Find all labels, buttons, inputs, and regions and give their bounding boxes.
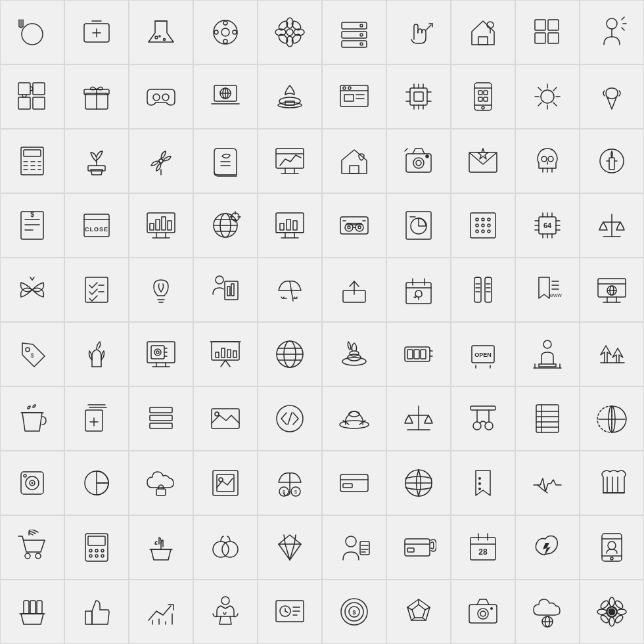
svg-point-191 <box>488 230 490 233</box>
icon-cell-globe-screen <box>580 258 644 322</box>
svg-point-363 <box>95 555 98 557</box>
icon-cell-scroll-leaf <box>193 129 258 193</box>
svg-rect-292 <box>539 364 556 367</box>
icon-cell-calculator <box>0 129 64 193</box>
svg-rect-182 <box>471 213 495 238</box>
svg-rect-285 <box>414 350 419 359</box>
svg-rect-165 <box>280 223 284 230</box>
svg-rect-45 <box>18 83 30 95</box>
icon-cell-credit-card <box>322 451 386 515</box>
svg-marker-413 <box>412 605 425 618</box>
icon-cell-pinwheel <box>129 129 193 193</box>
svg-rect-143 <box>84 214 109 237</box>
svg-line-33 <box>426 25 431 30</box>
icon-cell-envelope-star <box>451 129 515 193</box>
icon-cell-dollar-target: $ <box>322 580 386 644</box>
icon-cell-close-sign: CLOSE <box>64 193 129 258</box>
svg-rect-230 <box>474 277 481 302</box>
svg-point-391 <box>608 541 616 549</box>
svg-line-370 <box>290 544 294 560</box>
svg-text:$: $ <box>30 211 34 218</box>
icon-cell-lightbulb-plant <box>129 258 193 322</box>
icon-cell-growth-arrow <box>129 580 193 644</box>
svg-text:$: $ <box>30 352 34 359</box>
icon-cell-hand-gesture <box>386 0 451 64</box>
svg-point-183 <box>476 218 478 221</box>
svg-rect-268 <box>227 350 231 357</box>
svg-line-220 <box>290 281 293 301</box>
icon-cell-chart-presentation <box>193 322 258 386</box>
icon-cell-camera-digital <box>451 580 515 644</box>
icon-cell-butterfly <box>0 258 64 322</box>
svg-point-15 <box>223 39 227 43</box>
svg-point-53 <box>162 94 169 101</box>
icon-cell-justice-scale <box>386 386 451 451</box>
svg-rect-218 <box>227 287 230 296</box>
svg-rect-48 <box>33 97 45 109</box>
svg-point-431 <box>617 609 626 614</box>
svg-text:$: $ <box>283 490 285 494</box>
icon-cell-bar-chart-screen <box>258 193 322 258</box>
icon-cell-keypad <box>451 193 515 258</box>
svg-rect-148 <box>156 219 160 230</box>
svg-point-17 <box>233 30 237 34</box>
icon-cell-browser-window <box>322 64 386 129</box>
icon-cell-cloud-lock <box>129 451 193 515</box>
svg-point-430 <box>597 609 607 614</box>
icon-cell-ice-cream <box>580 64 644 129</box>
svg-line-125 <box>405 149 407 151</box>
icon-cell-safe-monitor <box>129 322 193 386</box>
svg-rect-267 <box>221 348 225 357</box>
svg-point-32 <box>360 43 363 45</box>
svg-rect-219 <box>231 284 234 296</box>
svg-rect-244 <box>598 279 626 297</box>
svg-point-66 <box>348 87 351 89</box>
icon-cell-monitor-chart <box>258 129 322 193</box>
svg-point-390 <box>610 557 613 560</box>
svg-rect-135 <box>609 158 614 170</box>
icon-cell-rabbit-calendar <box>386 258 451 322</box>
icon-cell-phone-profile <box>580 515 644 580</box>
svg-point-361 <box>101 549 104 552</box>
svg-text:$: $ <box>294 490 297 494</box>
svg-point-278 <box>342 357 366 365</box>
icon-cell-calendar-28: 28 <box>451 515 515 580</box>
svg-rect-100 <box>24 150 41 156</box>
icon-cell-plant-pot <box>64 129 129 193</box>
icon-cell-fruits <box>193 515 258 580</box>
icon-cell-upload-box <box>322 258 386 322</box>
svg-line-97 <box>553 87 557 91</box>
svg-point-187 <box>482 224 484 227</box>
svg-point-428 <box>609 597 614 607</box>
svg-point-185 <box>488 218 490 221</box>
svg-point-52 <box>153 94 160 101</box>
svg-rect-167 <box>293 221 297 230</box>
svg-point-258 <box>156 351 159 354</box>
svg-point-310 <box>340 421 369 428</box>
icon-cell-puzzle <box>0 64 64 129</box>
icon-cell-pie-chart-doc <box>386 193 451 258</box>
svg-point-400 <box>221 597 229 605</box>
svg-point-355 <box>25 553 30 559</box>
svg-rect-41 <box>535 33 545 43</box>
svg-point-11 <box>159 35 160 37</box>
svg-point-252 <box>26 348 30 352</box>
svg-point-31 <box>360 34 363 36</box>
svg-point-360 <box>95 549 98 552</box>
svg-point-291 <box>543 340 551 348</box>
svg-line-404 <box>285 611 288 612</box>
svg-point-14 <box>223 21 227 25</box>
svg-point-307 <box>215 412 219 416</box>
icon-cell-candle-ritual <box>580 129 644 193</box>
svg-point-132 <box>548 156 553 162</box>
svg-rect-315 <box>471 406 495 410</box>
svg-point-420 <box>478 609 488 619</box>
svg-line-95 <box>538 87 541 91</box>
svg-rect-378 <box>405 539 430 556</box>
icon-cell-bottles-basket <box>0 580 64 644</box>
icon-cell-dollar-document: $ <box>0 193 64 258</box>
icon-cell-film-reel <box>193 0 258 64</box>
svg-point-0 <box>22 24 43 45</box>
icon-cell-plant-water <box>64 322 129 386</box>
icon-cell-world-half <box>580 386 644 451</box>
